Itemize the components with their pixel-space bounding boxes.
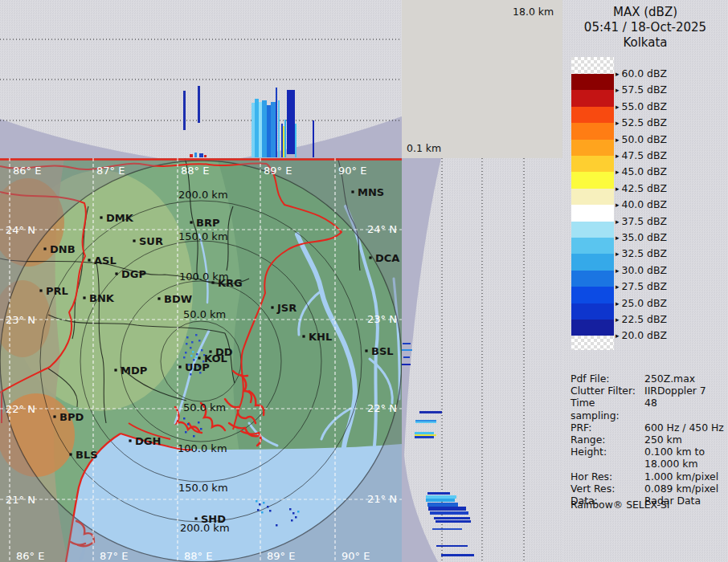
station-label: ASL xyxy=(94,255,117,267)
range-ring-label: 50.0 km xyxy=(183,401,226,413)
latitude-label: 24° N xyxy=(367,223,397,235)
tick-arrow-icon: ▸ xyxy=(616,168,620,176)
scale-swatch xyxy=(571,336,614,350)
station-dot xyxy=(198,356,200,359)
color-scale: ▸60.0 dBZ▸57.5 dBZ▸55.0 dBZ▸52.5 dBZ▸50.… xyxy=(562,0,728,361)
scale-label: ▸52.5 dBZ xyxy=(616,116,667,128)
info-row: Height:0.100 km to xyxy=(571,446,725,458)
station-dot xyxy=(88,259,90,261)
info-row: Time sampling:48 xyxy=(571,397,725,421)
station-dot xyxy=(365,349,367,352)
latitude-label: 21° N xyxy=(6,494,35,506)
scale-label: ▸50.0 dBZ xyxy=(616,133,667,145)
range-ring-label: 150.0 km xyxy=(178,230,228,242)
ew-echo-columns xyxy=(183,86,314,157)
latitude-label: 22° N xyxy=(367,402,397,414)
station-label: KRG xyxy=(218,277,243,289)
info-value: 18.000 km xyxy=(644,458,725,470)
software-name: Rainbow® SELEX-SI xyxy=(571,499,669,511)
scale-label: ▸45.0 dBZ xyxy=(616,165,667,177)
info-row: Hor Res:1.000 km/pixel xyxy=(571,470,725,483)
info-label: PRF: xyxy=(571,422,644,434)
latitude-label: 23° N xyxy=(6,314,35,326)
tick-arrow-icon: ▸ xyxy=(616,86,620,94)
station-label: BSL xyxy=(371,345,394,357)
info-label: Height: xyxy=(571,446,644,458)
station-dot xyxy=(43,247,46,250)
tick-arrow-icon: ▸ xyxy=(616,185,620,193)
station-label: DNB xyxy=(50,243,76,255)
tick-arrow-icon: ▸ xyxy=(616,152,620,160)
longitude-label: 87° E xyxy=(96,165,125,177)
station-dot xyxy=(53,415,55,417)
tick-arrow-icon: ▸ xyxy=(616,201,620,209)
info-label xyxy=(571,458,644,470)
scale-swatch xyxy=(571,172,614,188)
scale-swatch xyxy=(571,90,614,106)
station-label: SHD xyxy=(201,513,226,525)
station-dot xyxy=(114,369,117,371)
longitude-label: 89° E xyxy=(264,165,292,177)
station-label: BNK xyxy=(89,292,115,304)
scale-label: ▸30.0 dBZ xyxy=(616,264,667,276)
station-dot xyxy=(369,256,371,259)
tick-arrow-icon: ▸ xyxy=(616,70,620,78)
scale-label: ▸27.5 dBZ xyxy=(616,280,667,292)
station-label: JSR xyxy=(276,302,297,314)
scale-swatch xyxy=(571,123,614,139)
info-row: 18.000 km xyxy=(571,458,725,470)
scale-label: ▸57.5 dBZ xyxy=(616,83,667,96)
station-label: DCA xyxy=(375,252,399,264)
station-label: DGH xyxy=(135,435,161,447)
radar-map-panel[interactable]: 86° E86° E87° E87° E88° E88° E89° E89° E… xyxy=(0,158,402,562)
longitude-label: 86° E xyxy=(16,550,44,562)
longitude-label: 87° E xyxy=(100,550,128,562)
scale-swatch xyxy=(571,156,614,172)
scale-swatch xyxy=(571,107,614,123)
station-dot xyxy=(302,335,305,337)
station-dot xyxy=(83,296,85,299)
station-dot xyxy=(190,221,192,223)
station-dot xyxy=(157,297,160,299)
tick-arrow-icon: ▸ xyxy=(616,250,620,258)
latitude-label: 22° N xyxy=(6,403,35,415)
station-label: DMK xyxy=(106,212,134,224)
latitude-label: 23° N xyxy=(367,313,397,325)
station-dot xyxy=(351,190,354,193)
station-dot xyxy=(69,453,72,455)
range-ring-label: 50.0 km xyxy=(183,308,226,320)
info-row: Pdf File:250Z.max xyxy=(571,373,725,385)
range-ring-label: 100.0 km xyxy=(178,442,227,454)
info-value: 0.100 km to xyxy=(644,446,725,458)
info-label: Vert Res: xyxy=(571,483,644,495)
ew-cross-section-panel[interactable] xyxy=(0,0,402,158)
info-value: 600 Hz / 450 Hz xyxy=(644,422,725,434)
station-label: MNS xyxy=(358,186,384,198)
info-row: PRF:600 Hz / 450 Hz xyxy=(571,422,725,434)
ns-cross-section-panel[interactable] xyxy=(402,158,562,562)
station-label: PRL xyxy=(46,285,68,297)
scale-label: ▸32.5 dBZ xyxy=(616,247,667,259)
scale-swatch xyxy=(571,254,614,270)
station-label: SUR xyxy=(139,235,163,247)
info-label: Pdf File: xyxy=(571,373,644,385)
station-label: BPD xyxy=(59,411,84,423)
info-row: Clutter Filter:IIRDoppler 7 xyxy=(571,385,725,397)
longitude-label: 86° E xyxy=(13,165,41,177)
range-ring-label: 200.0 km xyxy=(178,189,228,201)
tick-arrow-icon: ▸ xyxy=(616,332,620,340)
ew-cross-section-canvas xyxy=(0,0,402,158)
scale-swatch xyxy=(571,303,614,320)
scale-swatch xyxy=(571,140,614,156)
info-row: Vert Res:0.089 km/pixel xyxy=(571,483,725,495)
range-ring-label: 150.0 km xyxy=(178,482,228,494)
scale-swatch xyxy=(571,320,614,336)
radar-display-window: 18.0 km 0.1 km xyxy=(0,0,728,562)
tick-arrow-icon: ▸ xyxy=(616,316,620,324)
info-row: Range:250 km xyxy=(571,434,725,446)
tick-arrow-icon: ▸ xyxy=(616,136,620,144)
station-dot xyxy=(115,272,117,275)
info-value: 0.089 km/pixel xyxy=(644,483,725,495)
scale-label: ▸25.0 dBZ xyxy=(616,297,667,309)
station-dot xyxy=(178,365,181,368)
